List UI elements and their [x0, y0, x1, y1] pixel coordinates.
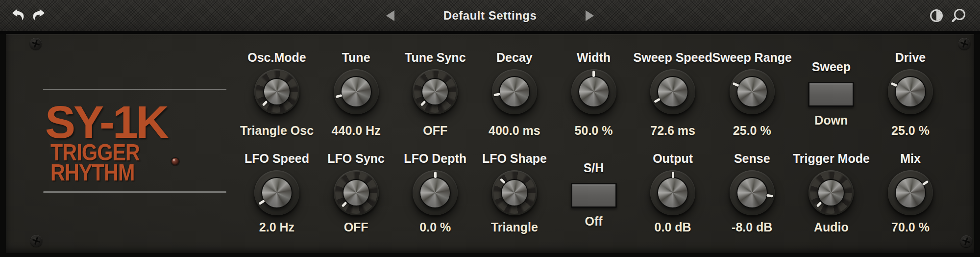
knob-indicator	[489, 66, 541, 118]
knob-lfo-speed[interactable]	[254, 170, 299, 215]
knob-indicator	[726, 167, 778, 218]
knob-indicator	[413, 170, 458, 215]
knob-indicator	[571, 69, 616, 114]
screw-icon-bottom-left	[30, 235, 42, 247]
redo-arrow-icon	[31, 8, 46, 23]
brand-model-title: SY-1K	[45, 100, 167, 145]
knob-mix[interactable]	[888, 170, 933, 215]
control-value-drive: 25.0 %	[861, 123, 959, 138]
knob-indicator	[650, 170, 695, 215]
screw-icon-bottom-right	[960, 235, 972, 247]
knob-lfo-sync[interactable]	[334, 170, 379, 215]
brand-sub-line2: RHYTHM	[50, 161, 134, 184]
knob-sweep-range[interactable]	[730, 69, 775, 114]
redo-button[interactable]	[30, 0, 47, 31]
knob-tune-sync[interactable]	[413, 69, 458, 114]
control-label-drive: Drive	[861, 50, 959, 65]
preset-toolbar: Default Settings	[0, 0, 980, 34]
knob-osc-mode[interactable]	[254, 69, 299, 114]
s-h-button[interactable]	[571, 183, 617, 208]
sweep-button[interactable]	[808, 82, 854, 107]
magnifier-zoom-icon[interactable]	[954, 9, 965, 20]
knob-trigger-mode[interactable]	[808, 170, 854, 215]
brand-divider-top	[43, 89, 226, 90]
undo-arrow-icon	[11, 8, 25, 23]
knob-tune[interactable]	[334, 69, 379, 114]
previous-preset-arrow-icon[interactable]	[386, 10, 394, 21]
contrast-theme-icon[interactable]	[930, 9, 943, 22]
knob-drive[interactable]	[888, 69, 933, 114]
knob-decay[interactable]	[492, 69, 537, 114]
plugin-window: Default Settings SY-1K TRIGGER RHYTHM Os…	[0, 0, 980, 257]
brand-divider-bottom	[43, 191, 226, 193]
screw-icon-top-left	[30, 38, 42, 50]
preset-navigator: Default Settings	[386, 0, 594, 31]
control-value-mix: 70.0 %	[861, 219, 959, 235]
knob-sweep-speed[interactable]	[650, 69, 695, 114]
knob-output[interactable]	[650, 170, 695, 215]
knob-lfo-shape[interactable]	[492, 170, 537, 215]
knob-width[interactable]	[571, 69, 616, 114]
knob-lfo-depth[interactable]	[413, 170, 458, 215]
power-led	[172, 158, 179, 165]
undo-button[interactable]	[10, 0, 26, 31]
next-preset-arrow-icon[interactable]	[586, 10, 594, 21]
preset-name[interactable]: Default Settings	[434, 9, 546, 23]
knob-sense[interactable]	[730, 170, 775, 215]
control-label-mix: Mix	[861, 151, 959, 166]
screw-icon-top-right	[958, 38, 970, 50]
